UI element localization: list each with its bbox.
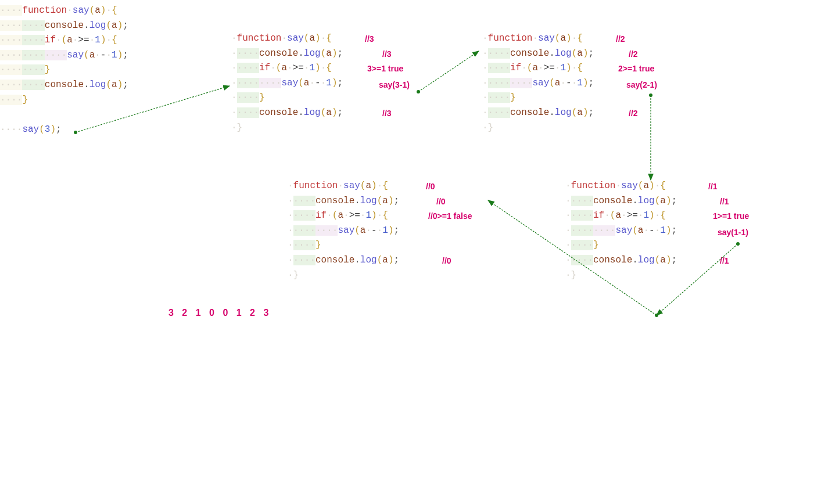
- code-block-0: ····function·say(a)·{ ········console.lo…: [0, 3, 128, 137]
- svg-point-6: [649, 93, 652, 97]
- svg-point-10: [655, 314, 658, 317]
- code-block-2: ·function·say(a)·{ //2 ·····console.log(…: [482, 31, 594, 135]
- code-block-3: ·function·say(a)·{ //1 ·····console.log(…: [565, 179, 677, 283]
- output-text: 3 2 1 0 0 1 2 3: [168, 308, 271, 318]
- code-block-1: ·function·say(a)·{ //3 ·····console.log(…: [231, 31, 343, 135]
- code-block-4: ·function·say(a)·{ //0 ·····console.log(…: [288, 179, 399, 283]
- svg-point-8: [736, 242, 740, 246]
- svg-line-3: [418, 51, 479, 92]
- svg-point-4: [417, 90, 420, 93]
